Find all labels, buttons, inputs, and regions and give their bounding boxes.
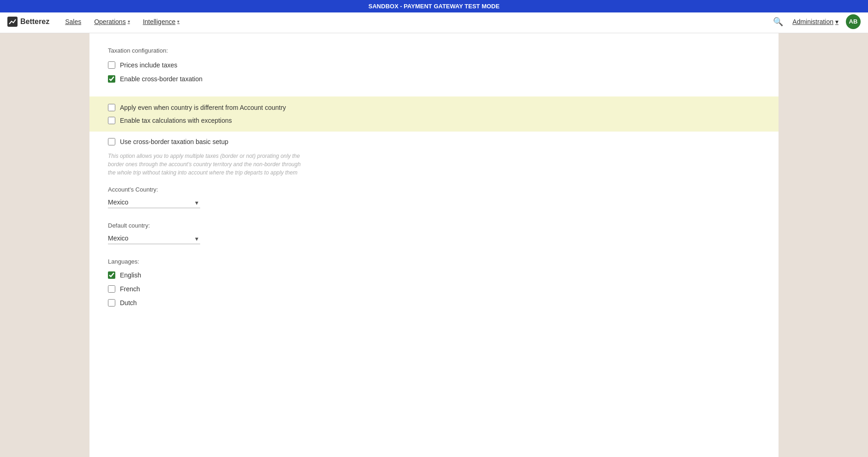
default-country-select-wrapper: Mexico United States Canada Brazil ▾ — [108, 233, 200, 244]
accounts-country-label: Account's Country: — [108, 186, 760, 193]
sidebar — [0, 33, 89, 457]
use-cross-border-basic-label: Use cross-border taxation basic setup — [120, 138, 228, 145]
lang-english-row: English — [108, 271, 760, 279]
enable-tax-calc-row: Enable tax calculations with exceptions — [108, 117, 760, 124]
lang-french-checkbox[interactable] — [108, 285, 115, 293]
lang-english-label: English — [120, 271, 141, 279]
helper-text: This option allows you to apply multiple… — [108, 152, 302, 177]
sandbox-banner: SANDBOX - PAYMENT GATEWAY TEST MODE — [0, 0, 868, 12]
enable-tax-calc-checkbox[interactable] — [108, 117, 115, 124]
default-country-label: Default country: — [108, 222, 760, 229]
admin-chevron-icon: ▾ — [835, 18, 838, 25]
content-area: Taxation configuration: Prices include t… — [89, 33, 779, 457]
lang-dutch-row: Dutch — [108, 299, 760, 307]
enable-tax-calc-label: Enable tax calculations with exceptions — [120, 117, 232, 124]
default-country-select[interactable]: Mexico United States Canada Brazil — [108, 233, 200, 244]
use-cross-border-basic-checkbox[interactable] — [108, 138, 115, 145]
apply-even-when-label: Apply even when country is different fro… — [120, 104, 286, 111]
apply-even-when-row: Apply even when country is different fro… — [108, 104, 760, 111]
logo-icon — [7, 17, 18, 27]
lang-french-row: French — [108, 285, 760, 293]
nav-operations[interactable]: Operations ▾ — [89, 15, 134, 28]
enable-cross-border-checkbox[interactable] — [108, 75, 115, 83]
intelligence-chevron-icon: ▾ — [177, 19, 179, 24]
navbar-right: 🔍 Administration ▾ AB — [771, 14, 861, 29]
accounts-country-group: Account's Country: Mexico United States … — [108, 186, 760, 208]
navbar: Betterez Sales Operations ▾ Intelligence… — [0, 10, 868, 33]
highlighted-section: Apply even when country is different fro… — [89, 96, 779, 132]
nav-intelligence[interactable]: Intelligence ▾ — [138, 15, 184, 28]
search-button[interactable]: 🔍 — [771, 15, 785, 29]
lang-dutch-label: Dutch — [120, 299, 137, 307]
nav-sales[interactable]: Sales — [60, 15, 86, 28]
enable-cross-border-label: Enable cross-border taxation — [120, 75, 202, 83]
user-avatar[interactable]: AB — [846, 14, 861, 29]
accounts-country-select[interactable]: Mexico United States Canada Brazil — [108, 197, 200, 208]
operations-chevron-icon: ▾ — [128, 19, 130, 24]
taxation-config-section: Taxation configuration: Prices include t… — [108, 47, 760, 83]
main-layout: Taxation configuration: Prices include t… — [0, 33, 868, 457]
administration-button[interactable]: Administration ▾ — [792, 18, 838, 25]
taxation-config-label: Taxation configuration: — [108, 47, 760, 54]
default-country-group: Default country: Mexico United States Ca… — [108, 222, 760, 244]
lang-english-checkbox[interactable] — [108, 271, 115, 279]
search-icon: 🔍 — [773, 17, 783, 26]
prices-include-taxes-checkbox[interactable] — [108, 61, 115, 69]
navbar-menu: Sales Operations ▾ Intelligence ▾ — [60, 15, 771, 28]
right-panel — [779, 33, 868, 457]
accounts-country-select-wrapper: Mexico United States Canada Brazil ▾ — [108, 197, 200, 208]
prices-include-taxes-label: Prices include taxes — [120, 61, 178, 69]
use-cross-border-basic-row: Use cross-border taxation basic setup — [108, 138, 760, 145]
enable-cross-border-row: Enable cross-border taxation — [108, 75, 760, 83]
lang-dutch-checkbox[interactable] — [108, 299, 115, 307]
languages-label: Languages: — [108, 258, 760, 265]
prices-include-taxes-row: Prices include taxes — [108, 61, 760, 69]
logo[interactable]: Betterez — [7, 17, 49, 27]
languages-section: Languages: English French Dutch — [108, 258, 760, 307]
apply-even-when-checkbox[interactable] — [108, 104, 115, 111]
lang-french-label: French — [120, 285, 140, 293]
